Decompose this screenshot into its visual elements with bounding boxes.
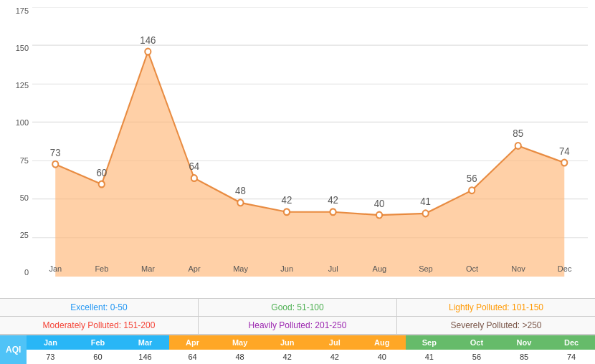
x-label-jul: Jul [310,264,356,273]
aqi-value-apr: 64 [169,350,216,364]
chart-svg: 73 60 146 64 48 42 42 40 41 56 85 74 [32,7,588,277]
svg-point-10 [191,175,197,181]
aqi-header-apr: Apr [169,335,216,350]
y-label-50: 50 [0,194,29,202]
svg-point-13 [330,209,335,215]
legend-row-2: Moderately Polluted: 151-200 Heavily Pol… [0,317,595,335]
aqi-month-may: May 48 [216,335,264,364]
aqi-header-dec: Dec [548,335,595,350]
aqi-header-jun: Jun [264,335,311,350]
legend-heavily-polluted: Heavily Polluted: 201-250 [199,317,397,335]
aqi-value-jun: 42 [264,350,311,364]
aqi-month-jun: Jun 42 [264,335,311,364]
aqi-value-sep: 41 [406,350,453,364]
svg-text:42: 42 [282,194,292,206]
chart-area-fill [55,52,564,277]
x-label-oct: Oct [449,264,495,273]
x-label-nov: Nov [495,264,542,273]
svg-text:40: 40 [374,197,385,209]
y-label-0: 0 [0,269,29,277]
x-label-feb: Feb [79,264,125,273]
aqi-header-feb: Feb [74,335,121,350]
svg-text:73: 73 [50,146,61,158]
svg-text:74: 74 [559,145,570,157]
aqi-table: AQI Jan 73 Feb 60 Mar 146 Apr 64 [0,335,595,364]
aqi-month-mar: Mar 146 [121,335,168,364]
svg-point-11 [237,199,243,206]
svg-point-18 [561,160,567,166]
legend-good: Good: 51-100 [199,299,397,317]
aqi-month-sep: Sep 41 [406,335,453,364]
chart-inner: 0 25 50 75 100 125 150 175 [32,7,588,277]
aqi-month-jan: Jan 73 [27,335,74,364]
x-label-jun: Jun [264,264,310,273]
aqi-row-label: AQI [0,335,27,364]
aqi-header-aug: Aug [358,335,406,350]
legend: Excellent: 0-50 Good: 51-100 Lightly Pol… [0,298,595,335]
aqi-header-may: May [216,335,264,350]
aqi-months: Jan 73 Feb 60 Mar 146 Apr 64 May 48 [27,335,595,364]
svg-point-14 [376,212,382,219]
chart-area: 0 25 50 75 100 125 150 175 [0,0,595,298]
legend-row-1: Excellent: 0-50 Good: 51-100 Lightly Pol… [0,299,595,317]
svg-point-12 [284,209,290,215]
y-label-175: 175 [0,7,29,15]
svg-text:42: 42 [328,194,338,206]
y-label-25: 25 [0,231,29,239]
aqi-month-feb: Feb 60 [74,335,121,364]
y-label-125: 125 [0,82,29,90]
aqi-value-mar: 146 [121,350,168,364]
svg-text:48: 48 [235,184,246,196]
aqi-month-oct: Oct 56 [453,335,500,364]
svg-text:56: 56 [467,173,477,185]
legend-excellent: Excellent: 0-50 [0,299,199,317]
aqi-value-jul: 42 [311,350,358,364]
aqi-month-dec: Dec 74 [548,335,595,364]
aqi-value-jan: 73 [27,350,74,364]
aqi-month-aug: Aug 40 [358,335,406,364]
y-label-75: 75 [0,157,29,165]
aqi-value-nov: 85 [500,350,548,364]
x-label-may: May [217,264,264,273]
legend-lightly-polluted: Lightly Polluted: 101-150 [397,299,595,317]
aqi-header-mar: Mar [121,335,168,350]
x-label-dec: Dec [541,264,588,273]
aqi-value-aug: 40 [358,350,406,364]
svg-point-16 [469,187,475,193]
aqi-header-jul: Jul [311,335,358,350]
x-label-jan: Jan [32,264,79,273]
x-label-mar: Mar [125,264,171,273]
svg-text:85: 85 [513,128,523,140]
y-label-150: 150 [0,44,29,52]
svg-point-15 [423,210,429,216]
svg-text:60: 60 [96,166,107,178]
svg-text:41: 41 [420,196,431,208]
x-label-apr: Apr [171,264,218,273]
aqi-header-jan: Jan [27,335,74,350]
legend-moderately-polluted: Moderately Polluted: 151-200 [0,317,199,335]
aqi-value-dec: 74 [548,350,595,364]
x-label-aug: Aug [356,264,403,273]
aqi-month-nov: Nov 85 [500,335,548,364]
svg-text:64: 64 [189,160,200,172]
aqi-header-oct: Oct [453,335,500,350]
aqi-month-apr: Apr 64 [169,335,216,364]
svg-point-17 [515,143,521,149]
svg-point-8 [99,181,105,188]
aqi-value-feb: 60 [74,350,121,364]
aqi-header-sep: Sep [406,335,453,350]
main-container: 0 25 50 75 100 125 150 175 [0,0,595,364]
svg-text:146: 146 [140,34,156,46]
svg-point-7 [52,161,58,168]
x-axis: Jan Feb Mar Apr May Jun Jul Aug Sep Oct … [32,264,588,273]
aqi-header-nov: Nov [500,335,548,350]
x-label-sep: Sep [403,264,449,273]
aqi-month-jul: Jul 42 [311,335,358,364]
svg-point-9 [145,49,151,55]
aqi-value-may: 48 [216,350,264,364]
legend-severely-polluted: Severely Polluted: >250 [397,317,595,335]
y-axis: 0 25 50 75 100 125 150 175 [0,7,29,277]
aqi-value-oct: 56 [453,350,500,364]
y-label-100: 100 [0,119,29,127]
